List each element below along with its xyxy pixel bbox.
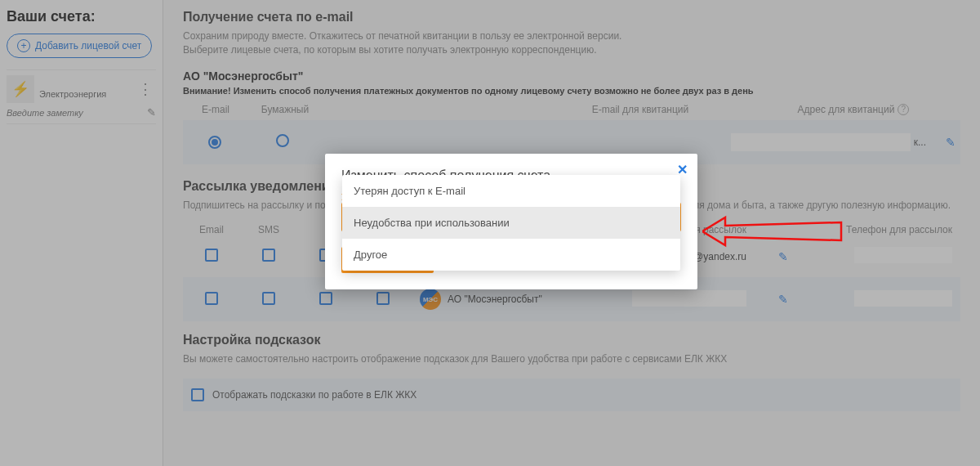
dropdown-option-1[interactable]: Утерян доступ к E-mail — [342, 175, 680, 207]
modal: ✕ Изменить способ получения счета Ук Неу… — [325, 154, 697, 289]
annotation-arrow — [702, 211, 849, 254]
modal-overlay[interactable]: ✕ Изменить способ получения счета Ук Неу… — [0, 0, 980, 466]
reason-select[interactable]: Неудобства при использовании Утерян дост… — [341, 202, 681, 232]
dropdown-option-2[interactable]: Неудобства при использовании — [342, 207, 680, 239]
dropdown: Утерян доступ к E-mail Неудобства при ис… — [342, 175, 680, 271]
svg-marker-0 — [702, 217, 841, 245]
dropdown-option-3[interactable]: Другое — [342, 239, 680, 271]
